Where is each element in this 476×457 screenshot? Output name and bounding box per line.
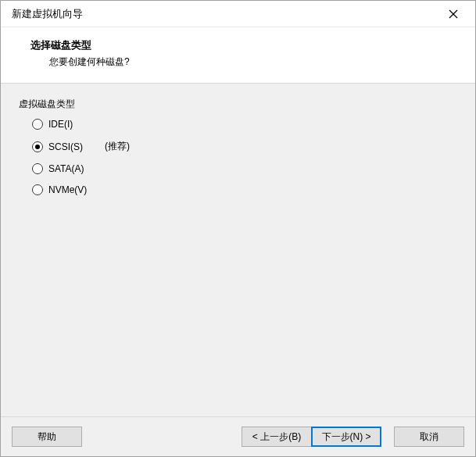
- disk-type-radio-group: IDE(I) SCSI(S) (推荐) SATA(A) NVMe(V): [18, 119, 458, 195]
- radio-icon: [32, 163, 43, 174]
- next-button[interactable]: 下一步(N) >: [311, 427, 381, 447]
- radio-icon: [32, 184, 43, 195]
- disk-type-group-label: 虚拟磁盘类型: [18, 98, 458, 111]
- back-button[interactable]: < 上一步(B): [242, 427, 312, 447]
- content-area: 虚拟磁盘类型 IDE(I) SCSI(S) (推荐) SATA(A) NVMe(…: [1, 83, 475, 417]
- radio-scsi[interactable]: SCSI(S) (推荐): [32, 140, 458, 153]
- radio-label: NVMe(V): [48, 184, 87, 195]
- close-icon: [449, 9, 458, 19]
- cancel-button[interactable]: 取消: [394, 427, 464, 447]
- close-button[interactable]: [438, 3, 469, 25]
- radio-nvme[interactable]: NVMe(V): [32, 184, 458, 195]
- new-vm-wizard-dialog: 新建虚拟机向导 选择磁盘类型 您要创建何种磁盘? 虚拟磁盘类型 IDE(I) S…: [0, 0, 476, 457]
- radio-label: SCSI(S): [48, 141, 83, 152]
- radio-icon: [32, 141, 43, 152]
- help-button[interactable]: 帮助: [12, 427, 82, 447]
- radio-label: IDE(I): [48, 119, 73, 130]
- nav-button-group: < 上一步(B) 下一步(N) >: [242, 427, 381, 447]
- radio-ide[interactable]: IDE(I): [32, 119, 458, 130]
- titlebar: 新建虚拟机向导: [1, 1, 475, 27]
- recommended-tag: (推荐): [105, 140, 130, 153]
- window-title: 新建虚拟机向导: [12, 7, 438, 21]
- wizard-header: 选择磁盘类型 您要创建何种磁盘?: [1, 27, 475, 83]
- page-title: 选择磁盘类型: [30, 38, 464, 52]
- button-bar: 帮助 < 上一步(B) 下一步(N) > 取消: [1, 417, 475, 456]
- radio-icon: [32, 119, 43, 130]
- page-subtitle: 您要创建何种磁盘?: [49, 55, 464, 69]
- radio-label: SATA(A): [48, 163, 84, 174]
- radio-sata[interactable]: SATA(A): [32, 163, 458, 174]
